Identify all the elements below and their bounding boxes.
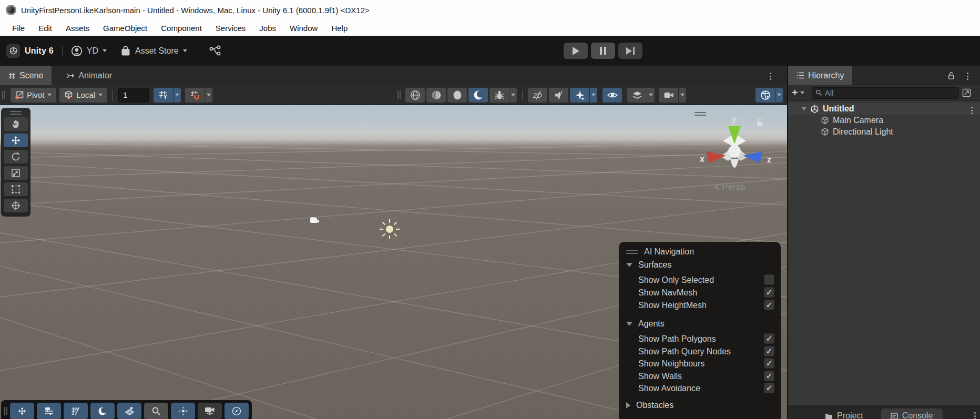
- grid-visibility-menu[interactable]: [173, 88, 181, 103]
- section-agents[interactable]: Agents: [626, 318, 665, 330]
- toolbar-drag-handle[interactable]: [397, 91, 401, 99]
- search-input[interactable]: [825, 88, 955, 97]
- gizmos-menu[interactable]: [775, 88, 783, 103]
- checkbox-show-avoidance[interactable]: [764, 383, 774, 393]
- hierarchy-search[interactable]: [812, 87, 959, 99]
- scene-lighting-toggle[interactable]: [468, 88, 488, 103]
- tab-hierarchy[interactable]: Hierarchy: [788, 66, 852, 85]
- menu-jobs[interactable]: Jobs: [252, 22, 283, 35]
- checkbox-show-neighbours[interactable]: [764, 358, 774, 369]
- section-obstacles[interactable]: Obstacles: [626, 400, 673, 411]
- 2d-view-toggle[interactable]: 2D: [528, 88, 547, 103]
- snap-settings-menu[interactable]: [205, 88, 212, 103]
- menu-component[interactable]: Component: [154, 22, 209, 35]
- scene-viewport[interactable]: y x z: [0, 105, 787, 419]
- navmesh-display-button[interactable]: [117, 403, 141, 419]
- scene-panel-menu-button[interactable]: [769, 71, 772, 81]
- debug-mode-button[interactable]: [489, 88, 509, 103]
- directional-light-gizmo[interactable]: [379, 218, 401, 240]
- snap-increment-toggle[interactable]: [185, 88, 205, 103]
- move-overlay-button[interactable]: [10, 403, 34, 419]
- rotate-tool-button[interactable]: [4, 150, 28, 163]
- menu-file[interactable]: File: [5, 22, 32, 35]
- dock-menu-button[interactable]: [973, 411, 977, 419]
- picker-window-icon[interactable]: [962, 88, 971, 97]
- grid-size-field[interactable]: [118, 88, 149, 103]
- version-control-button[interactable]: [208, 45, 222, 57]
- scene-camera-button[interactable]: [659, 88, 678, 103]
- add-object-button[interactable]: +: [792, 87, 804, 99]
- menu-services[interactable]: Services: [209, 22, 253, 35]
- section-surfaces[interactable]: Surfaces: [626, 259, 671, 271]
- asset-store-dropdown[interactable]: Asset Store: [120, 45, 187, 57]
- move-tool-button[interactable]: [4, 134, 28, 147]
- layers-button[interactable]: [627, 88, 647, 103]
- debug-mode-menu[interactable]: [509, 88, 517, 103]
- play-button[interactable]: [564, 43, 588, 59]
- tab-scene[interactable]: Scene: [0, 66, 52, 85]
- tool-handle-position-dropdown[interactable]: Pivot: [11, 88, 56, 103]
- grid-visibility-toggle[interactable]: Y: [154, 88, 173, 103]
- draw-mode-shaded-wire-button[interactable]: [426, 88, 446, 103]
- rect-tool-button[interactable]: [4, 182, 28, 196]
- step-button[interactable]: [618, 43, 642, 59]
- scene-effects-toggle[interactable]: [570, 88, 589, 103]
- foldout-open-icon[interactable]: [801, 107, 807, 110]
- scene-row-menu-button[interactable]: [970, 106, 974, 115]
- hierarchy-item-directional-light[interactable]: Directional Light: [788, 126, 980, 138]
- lock-open-icon[interactable]: [947, 71, 955, 80]
- orientation-overlay-button[interactable]: [224, 403, 249, 419]
- tools-drag-handle[interactable]: [10, 111, 22, 115]
- center-pivot-button[interactable]: [171, 403, 195, 419]
- overlay-settings-button[interactable]: [37, 403, 61, 419]
- checkbox-show-path-query-nodes[interactable]: [764, 346, 774, 356]
- projection-toggle[interactable]: Persp: [713, 182, 745, 192]
- transform-tool-button[interactable]: [4, 199, 28, 212]
- animator-icon: [66, 72, 75, 79]
- camera-preview-button[interactable]: [198, 403, 222, 419]
- tool-handle-rotation-dropdown[interactable]: Local: [59, 88, 107, 103]
- scale-tool-button[interactable]: [4, 166, 28, 180]
- checkbox-show-heightmesh[interactable]: [764, 300, 774, 310]
- nav-item-label: Show NavMesh: [638, 288, 697, 298]
- scene-camera-menu[interactable]: [679, 88, 686, 103]
- scene-audio-toggle[interactable]: [549, 88, 568, 103]
- tab-project[interactable]: Project: [815, 408, 873, 419]
- checkbox-show-only-selected[interactable]: [764, 274, 774, 285]
- checkbox-show-navmesh[interactable]: [764, 287, 774, 298]
- hierarchy-menu-button[interactable]: [966, 71, 969, 81]
- layers-menu[interactable]: [647, 88, 655, 103]
- menu-help[interactable]: Help: [324, 22, 354, 35]
- view-gizmo-overlay: y x z: [690, 108, 780, 195]
- projection-label: Persp: [722, 182, 745, 192]
- scene-overlay-toolbar: [1, 400, 252, 419]
- unity-hub-button[interactable]: [6, 44, 20, 58]
- pause-button[interactable]: [591, 43, 615, 59]
- tab-console[interactable]: Console: [881, 408, 943, 419]
- view-tool-button[interactable]: [4, 117, 28, 131]
- toolbar-drag-handle[interactable]: [2, 91, 5, 99]
- rotate-icon: [11, 151, 21, 162]
- tab-animator[interactable]: Animator: [58, 66, 120, 85]
- menu-assets[interactable]: Assets: [59, 22, 96, 35]
- move-icon: [11, 135, 21, 146]
- effects-menu[interactable]: [590, 88, 597, 103]
- checkbox-show-walls[interactable]: [764, 371, 774, 381]
- scene-visibility-toggle[interactable]: [603, 88, 622, 103]
- lighting-overlay-button[interactable]: [90, 403, 115, 419]
- scene-root-row[interactable]: Untitled: [788, 103, 980, 115]
- nav-drag-handle[interactable]: [626, 250, 638, 254]
- menu-window[interactable]: Window: [283, 22, 324, 35]
- menu-edit[interactable]: Edit: [32, 22, 59, 35]
- account-dropdown[interactable]: YD: [71, 45, 107, 57]
- draw-mode-shaded-button[interactable]: [447, 88, 467, 103]
- overlay-drag-handle[interactable]: [4, 407, 7, 415]
- gizmos-toggle[interactable]: [756, 88, 775, 103]
- search-overlay-button[interactable]: [144, 403, 168, 419]
- hierarchy-item-main-camera[interactable]: Main Camera: [788, 115, 980, 126]
- draw-mode-wireframe-button[interactable]: [405, 88, 425, 103]
- menu-gameobject[interactable]: GameObject: [96, 22, 154, 35]
- grid-overlay-button[interactable]: [64, 403, 88, 419]
- checkbox-show-path-polygons[interactable]: [764, 333, 774, 344]
- main-camera-gizmo[interactable]: [309, 217, 320, 224]
